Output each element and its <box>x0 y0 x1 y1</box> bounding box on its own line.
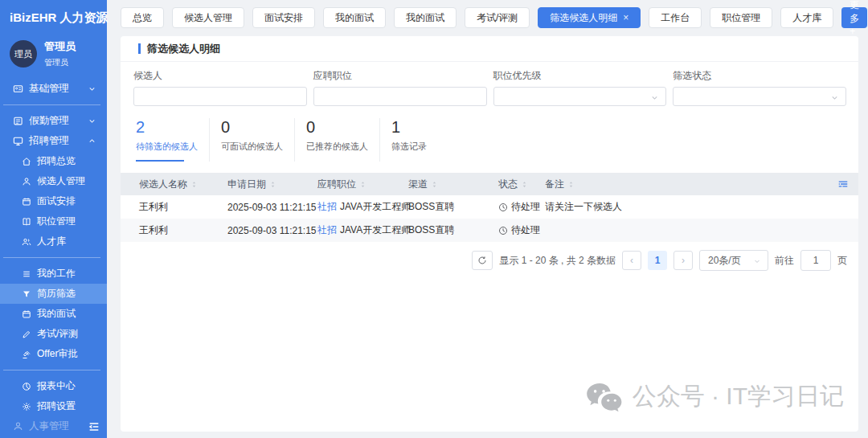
list-icon <box>22 269 31 279</box>
tab-label: 人才库 <box>792 11 821 25</box>
sort-icon[interactable] <box>567 181 575 188</box>
filter-screen-status: 筛选状态 <box>673 69 846 106</box>
tab-workbench[interactable]: 工作台 <box>649 7 702 28</box>
page-number-1[interactable]: 1 <box>648 251 667 270</box>
table-row[interactable]: 王利利 2025-09-03 11:21:15 社招 JAVA开发工程师 BOS… <box>121 195 858 219</box>
sidebar-item-resume-screening[interactable]: 简历筛选 <box>0 284 107 304</box>
sidebar-divider <box>3 257 100 258</box>
goto-unit: 页 <box>837 254 847 268</box>
sidebar-item-attendance-mgmt[interactable]: 假勤管理 <box>0 111 107 131</box>
next-page-button[interactable]: › <box>674 251 693 270</box>
stat-interviewable-candidates[interactable]: 0 可面试的候选人 <box>221 118 295 162</box>
users-icon <box>22 237 31 247</box>
cell-status: 待处理 <box>498 223 545 237</box>
more-tabs-button[interactable]: 更多+ <box>841 7 867 28</box>
goto-page-input[interactable] <box>800 250 831 271</box>
tab-position-mgmt[interactable]: 职位管理 <box>710 7 772 28</box>
stat-pending-candidates[interactable]: 2 待筛选的候选人 <box>136 118 210 162</box>
stat-label: 待筛选的候选人 <box>136 141 198 153</box>
stat-screening-records[interactable]: 1 筛选记录 <box>391 118 446 162</box>
page-size-select[interactable]: 20条/页 <box>699 250 768 271</box>
cell-applied-position: 社招 JAVA开发工程师 <box>317 200 408 214</box>
sidebar-item-label: 考试/评测 <box>37 327 78 341</box>
sidebar-item-recruit-overview[interactable]: 招聘总览 <box>0 151 107 171</box>
filter-position-priority: 职位优先级 <box>493 69 667 106</box>
sidebar-item-recruit-mgmt[interactable]: 招聘管理 <box>0 131 107 151</box>
cell-channel: BOSS直聘 <box>408 200 498 214</box>
column-header-apply-date[interactable]: 申请日期 <box>227 178 317 191</box>
recruit-type-tag[interactable]: 社招 <box>317 200 337 214</box>
status-badge: 待处理 <box>511 200 540 214</box>
chevron-down-icon <box>650 93 659 102</box>
sort-icon[interactable] <box>431 181 438 188</box>
sidebar-item-my-interview[interactable]: 我的面试 <box>0 304 107 324</box>
sort-icon[interactable] <box>521 181 528 188</box>
applied-position-input[interactable] <box>314 88 486 105</box>
column-settings-icon[interactable] <box>837 178 849 190</box>
column-header-channel[interactable]: 渠道 <box>408 178 498 191</box>
sidebar-item-label: Offer审批 <box>37 347 77 361</box>
column-label: 渠道 <box>408 178 428 191</box>
sidebar-item-exam-eval[interactable]: 考试/评测 <box>0 324 107 344</box>
refresh-button[interactable] <box>472 251 493 270</box>
close-tab-icon[interactable]: × <box>623 12 628 23</box>
user-profile[interactable]: 理员 管理员 管理员 <box>10 39 107 68</box>
watermark: 公众号 · IT学习日记 <box>586 380 844 413</box>
recruit-type-tag[interactable]: 社招 <box>317 223 337 237</box>
sidebar-item-offer-approval[interactable]: Offer审批 <box>0 344 107 364</box>
sidebar-item-candidate-mgmt[interactable]: 候选人管理 <box>0 171 107 191</box>
sidebar-collapse-icon[interactable] <box>88 420 100 433</box>
stat-recommended-candidates[interactable]: 0 已推荐的候选人 <box>306 118 380 162</box>
prev-page-button[interactable]: ‹ <box>622 251 641 270</box>
tab-interview-schedule[interactable]: 面试安排 <box>252 7 315 28</box>
column-header-applied-position[interactable]: 应聘职位 <box>317 178 408 191</box>
content-card: 筛选候选人明细 候选人 应聘职位 职位优先级 筛选状态 <box>121 36 858 432</box>
tab-my-interview-1[interactable]: 我的面试 <box>323 7 386 28</box>
table-row[interactable]: 王利利 2025-09-03 11:21:15 社招 JAVA开发工程师 BOS… <box>121 219 858 242</box>
sidebar-item-my-work[interactable]: 我的工作 <box>0 264 107 284</box>
column-header-candidate-name[interactable]: 候选人名称 <box>139 178 227 191</box>
tab-label: 工作台 <box>661 11 690 25</box>
sidebar-item-base-mgmt[interactable]: 基础管理 <box>0 79 107 99</box>
monitor-icon <box>13 136 23 146</box>
sidebar-item-label: 假勤管理 <box>29 114 69 128</box>
sort-icon[interactable] <box>359 181 366 188</box>
sort-icon[interactable] <box>269 181 276 188</box>
sort-icon[interactable] <box>190 181 198 188</box>
tab-label: 面试安排 <box>264 11 303 25</box>
filter-label: 筛选状态 <box>673 69 846 83</box>
sidebar-menu: 基础管理 假勤管理 招聘管理 招聘总览 候选人管理 面试安排 职位管理 <box>0 79 107 436</box>
pagination-info: 显示 1 - 20 条 , 共 2 条数据 <box>499 254 616 268</box>
sidebar-item-report-center[interactable]: 报表中心 <box>0 376 107 396</box>
tab-label: 考试/评测 <box>477 11 518 25</box>
sheet-icon <box>13 116 23 126</box>
tab-overview[interactable]: 总览 <box>121 7 164 28</box>
tab-talent-pool[interactable]: 人才库 <box>780 7 833 28</box>
sidebar-item-interview-schedule[interactable]: 面试安排 <box>0 191 107 211</box>
chevron-down-icon <box>753 257 761 265</box>
candidate-table: 候选人名称 申请日期 应聘职位 渠道 状态 <box>121 173 858 242</box>
sidebar-item-recruit-settings[interactable]: 招聘设置 <box>0 396 107 416</box>
sidebar-item-position-mgmt[interactable]: 职位管理 <box>0 211 107 231</box>
tab-exam-eval[interactable]: 考试/评测 <box>465 7 530 28</box>
tab-screen-candidate-detail[interactable]: 筛选候选人明细 × <box>538 7 641 28</box>
filter-candidate: 候选人 <box>133 69 307 106</box>
stat-tabs: 2 待筛选的候选人 0 可面试的候选人 0 已推荐的候选人 1 筛选记录 <box>136 118 858 162</box>
clock-icon <box>498 203 508 212</box>
screen-status-select[interactable] <box>673 87 846 106</box>
stat-value: 1 <box>391 118 435 136</box>
stat-label: 可面试的候选人 <box>221 141 283 153</box>
sidebar-item-talent-pool[interactable]: 人才库 <box>0 231 107 252</box>
page-title: 筛选候选人明细 <box>147 42 220 56</box>
column-header-status[interactable]: 状态 <box>498 178 545 191</box>
candidate-input[interactable] <box>134 88 306 105</box>
tab-bar: 总览 候选人管理 面试安排 我的面试 我的面试 考试/评测 筛选候选人明细 × … <box>107 0 868 35</box>
column-header-remark[interactable]: 备注 <box>545 178 834 191</box>
sidebar-divider <box>3 104 100 105</box>
position-priority-select[interactable] <box>493 87 667 106</box>
stat-label: 已推荐的候选人 <box>306 141 368 153</box>
sidebar-item-label: 招聘管理 <box>29 134 69 148</box>
tab-my-interview-2[interactable]: 我的面试 <box>394 7 457 28</box>
tab-candidate-mgmt[interactable]: 候选人管理 <box>172 7 244 28</box>
user-icon <box>13 421 23 432</box>
